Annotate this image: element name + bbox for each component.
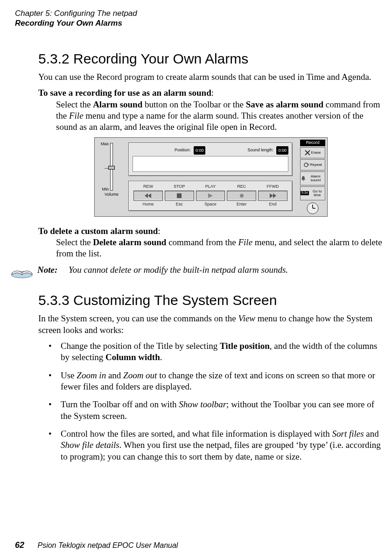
intro-para-1: You can use the Record program to create…	[38, 71, 384, 83]
volume-min-label: Min	[92, 187, 109, 192]
record-toolbar: Record Erase Repeat Alarm sound 5:34 Go …	[300, 140, 325, 215]
delete-title: To delete a custom alarm sound	[38, 226, 158, 236]
alarm-sound-button[interactable]: Alarm sound	[300, 171, 325, 185]
transport-labels-row: REW STOP PLAY REC FFWD	[133, 184, 288, 190]
svg-marker-5	[270, 193, 273, 198]
stop-icon	[177, 193, 182, 198]
list-item: Change the position of the Title by sele…	[61, 340, 384, 363]
customize-bullet-list: Change the position of the Title by sele…	[38, 340, 384, 462]
heading-5-3-2: 5.3.2 Recording Your Own Alarms	[38, 50, 384, 68]
time-badge-icon: 5:34	[301, 191, 309, 195]
record-app-figure: Max — Min Volume Position: 0:00 Sound le…	[94, 137, 328, 217]
svg-marker-0	[145, 193, 148, 198]
header-section: Recording Your Own Alarms	[15, 18, 392, 28]
save-recording-block: To save a recording for use as an alarm …	[38, 87, 384, 133]
play-button[interactable]	[196, 191, 225, 201]
repeat-icon	[303, 162, 309, 168]
list-item: Control how the files are sorted, and wh…	[61, 428, 384, 462]
running-header: Chapter 5: Configuring The netpad Record…	[0, 0, 392, 28]
note-text: You cannot delete or modify the built-in…	[69, 265, 288, 275]
erase-button[interactable]: Erase	[300, 147, 325, 158]
note-book-icon	[10, 264, 34, 281]
rewind-button[interactable]	[133, 191, 163, 201]
repeat-button[interactable]: Repeat	[300, 159, 325, 170]
list-item: Turn the Toolbar off and on with Show to…	[61, 399, 384, 422]
svg-point-4	[240, 194, 244, 198]
svg-marker-1	[148, 193, 151, 198]
page-number: 62	[15, 540, 24, 550]
delete-alarm-block: To delete a custom alarm sound: Select t…	[38, 226, 384, 260]
transport-keys-row: Home Esc Space Enter End	[133, 202, 288, 207]
save-body: Select the Alarm sound button on the Too…	[38, 99, 384, 133]
goto-time-button[interactable]: 5:34 Go to time	[300, 186, 325, 200]
svg-marker-6	[273, 193, 276, 198]
waveform-panel: Position: 0:00 Sound length: 0:00	[128, 142, 293, 176]
stop-button[interactable]	[165, 191, 194, 201]
volume-thumb[interactable]	[108, 166, 115, 170]
rewind-icon	[145, 193, 151, 198]
bell-icon	[301, 176, 306, 181]
length-label: Sound length:	[247, 148, 273, 152]
note-label: Note:	[37, 265, 57, 275]
length-value: 0:00	[276, 146, 288, 155]
clock-widget[interactable]	[300, 201, 325, 215]
position-value: 0:00	[194, 146, 206, 155]
clock-icon	[307, 202, 319, 214]
position-label: Position:	[175, 148, 191, 152]
record-icon	[239, 193, 244, 198]
save-title: To save a recording for use as an alarm …	[38, 88, 211, 98]
transport-panel: REW STOP PLAY REC FFWD Home	[128, 181, 293, 211]
footer-text: Psion Teklogix netpad EPOC User Manual	[37, 541, 178, 549]
volume-caption: Volume	[98, 192, 125, 198]
svg-point-9	[303, 180, 304, 181]
volume-slider[interactable]: Max — Min Volume	[98, 142, 125, 214]
ffwd-button[interactable]	[258, 191, 287, 201]
header-chapter: Chapter 5: Configuring The netpad	[15, 8, 392, 18]
ffwd-icon	[270, 193, 276, 198]
note-block: Note: You cannot delete or modify the bu…	[10, 264, 384, 281]
list-item: Use Zoom in and Zoom out to change the s…	[61, 370, 384, 393]
erase-icon	[305, 150, 310, 156]
intro-para-2: In the System screen, you can use the co…	[38, 313, 384, 336]
delete-body: Select the Delete alarm sound command fr…	[38, 237, 384, 260]
svg-marker-3	[208, 193, 213, 198]
toolbar-title: Record	[300, 140, 325, 146]
waveform-display	[133, 156, 288, 172]
play-icon	[208, 193, 213, 198]
volume-max-label: Max	[92, 142, 109, 147]
record-button[interactable]	[227, 191, 256, 201]
svg-rect-2	[177, 193, 182, 198]
heading-5-3-3: 5.3.3 Customizing The System Screen	[38, 291, 384, 309]
page-footer: 62 Psion Teklogix netpad EPOC User Manua…	[15, 540, 178, 551]
